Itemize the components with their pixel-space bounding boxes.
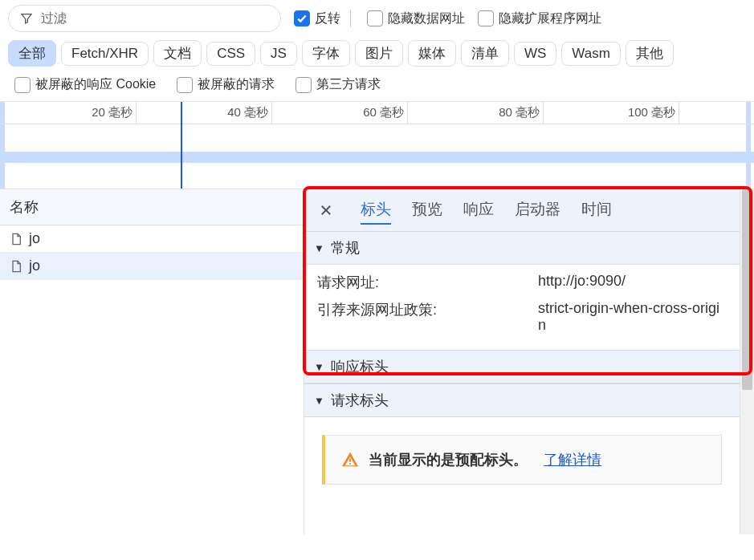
filter-input[interactable]: 过滤 bbox=[8, 5, 281, 32]
filter-chip--[interactable]: 文档 bbox=[153, 40, 202, 67]
filter-chip--[interactable]: 图片 bbox=[355, 40, 403, 67]
details-tab-2[interactable]: 响应 bbox=[463, 196, 494, 225]
filter-chip--[interactable]: 字体 bbox=[302, 40, 350, 67]
details-tab-3[interactable]: 启动器 bbox=[515, 196, 560, 225]
request-name: jo bbox=[29, 230, 40, 247]
hide-data-urls-checkbox[interactable]: 隐藏数据网址 bbox=[367, 10, 465, 27]
details-tab-0[interactable]: 标头 bbox=[361, 196, 391, 225]
request-url-label: 请求网址: bbox=[317, 273, 530, 292]
details-tab-1[interactable]: 预览 bbox=[412, 196, 442, 225]
disclosure-triangle-icon: ▼ bbox=[314, 242, 324, 254]
invert-label: 反转 bbox=[315, 10, 340, 27]
timeline-tick bbox=[407, 102, 408, 124]
hide-data-urls-label: 隐藏数据网址 bbox=[388, 10, 465, 27]
filter-chip-js[interactable]: JS bbox=[260, 42, 297, 66]
checkbox-icon bbox=[14, 77, 31, 93]
third-party-label: 第三方请求 bbox=[316, 76, 381, 93]
checkbox-icon bbox=[367, 10, 383, 26]
disclosure-triangle-icon: ▼ bbox=[314, 395, 324, 407]
timeline-playhead[interactable] bbox=[181, 102, 182, 189]
request-url-value: http://jo:9090/ bbox=[538, 273, 727, 292]
timeline-tick-label: 20 毫秒 bbox=[92, 105, 136, 120]
filter-chip--[interactable]: 其他 bbox=[626, 40, 674, 67]
filter-chip-wasm[interactable]: Wasm bbox=[561, 42, 621, 66]
checkbox-icon bbox=[295, 77, 312, 93]
blocked-requests-label: 被屏蔽的请求 bbox=[198, 76, 275, 93]
referrer-policy-label: 引荐来源网址政策: bbox=[317, 300, 530, 334]
name-column-header[interactable]: 名称 bbox=[0, 189, 304, 225]
provisional-headers-warning: 当前显示的是预配标头。 了解详情 bbox=[322, 435, 722, 485]
timeline-tick-label: 80 毫秒 bbox=[499, 105, 543, 120]
filter-placeholder: 过滤 bbox=[41, 10, 67, 27]
timeline-tick bbox=[543, 102, 544, 124]
section-general-label: 常规 bbox=[331, 238, 360, 258]
timeline-overview-bar bbox=[0, 152, 754, 163]
section-request-headers[interactable]: ▼ 请求标头 bbox=[304, 383, 740, 417]
scrollbar[interactable] bbox=[740, 189, 754, 534]
filter-chip-fetch-xhr[interactable]: Fetch/XHR bbox=[61, 42, 149, 66]
file-icon bbox=[10, 259, 22, 274]
file-icon bbox=[10, 232, 22, 246]
provisional-headers-msg: 当前显示的是预配标头。 bbox=[369, 450, 528, 469]
timeline-tick-label: 40 毫秒 bbox=[227, 105, 271, 120]
referrer-policy-value: strict-origin-when-cross-origin bbox=[538, 300, 727, 334]
hide-ext-urls-label: 隐藏扩展程序网址 bbox=[499, 10, 601, 27]
section-general[interactable]: ▼ 常规 bbox=[304, 232, 740, 265]
disclosure-triangle-icon: ▼ bbox=[314, 361, 324, 373]
blocked-requests-checkbox[interactable]: 被屏蔽的请求 bbox=[177, 76, 275, 93]
timeline-tick bbox=[679, 102, 679, 124]
section-response-headers[interactable]: ▼ 响应标头 bbox=[304, 350, 740, 383]
details-tab-4[interactable]: 时间 bbox=[581, 196, 612, 225]
request-row[interactable]: jo bbox=[0, 253, 304, 280]
timeline-tick bbox=[136, 102, 137, 124]
learn-more-link[interactable]: 了解详情 bbox=[544, 450, 601, 469]
scrollbar-thumb[interactable] bbox=[742, 189, 752, 390]
request-name: jo bbox=[29, 258, 40, 274]
checkbox-icon bbox=[177, 77, 193, 93]
warning-icon bbox=[341, 451, 359, 469]
svg-rect-3 bbox=[349, 463, 351, 465]
blocked-cookies-checkbox[interactable]: 被屏蔽的响应 Cookie bbox=[14, 76, 156, 93]
separator bbox=[350, 10, 351, 27]
section-request-headers-label: 请求标头 bbox=[331, 391, 389, 410]
filter-chip--[interactable]: 全部 bbox=[8, 40, 56, 67]
svg-rect-2 bbox=[349, 458, 351, 462]
checkbox-icon bbox=[478, 10, 494, 26]
filter-chip-ws[interactable]: WS bbox=[514, 42, 556, 66]
close-icon bbox=[319, 203, 333, 217]
section-response-headers-label: 响应标头 bbox=[331, 357, 389, 376]
close-details-button[interactable] bbox=[317, 201, 335, 219]
timeline-tick-label: 60 毫秒 bbox=[363, 105, 407, 120]
filter-chip-css[interactable]: CSS bbox=[206, 42, 255, 66]
timeline[interactable]: 20 毫秒40 毫秒60 毫秒80 毫秒100 毫秒 bbox=[0, 101, 754, 189]
blocked-cookies-label: 被屏蔽的响应 Cookie bbox=[35, 76, 156, 93]
timeline-tick bbox=[271, 102, 272, 124]
funnel-icon bbox=[20, 12, 33, 25]
third-party-checkbox[interactable]: 第三方请求 bbox=[295, 76, 381, 93]
checkbox-checked-icon bbox=[294, 10, 310, 26]
filter-chip--[interactable]: 媒体 bbox=[408, 40, 456, 67]
filter-chip--[interactable]: 清单 bbox=[461, 40, 509, 67]
hide-ext-urls-checkbox[interactable]: 隐藏扩展程序网址 bbox=[478, 10, 601, 27]
request-row[interactable]: jo bbox=[0, 225, 304, 253]
invert-checkbox[interactable]: 反转 bbox=[294, 10, 340, 27]
timeline-tick-label: 100 毫秒 bbox=[628, 105, 679, 120]
